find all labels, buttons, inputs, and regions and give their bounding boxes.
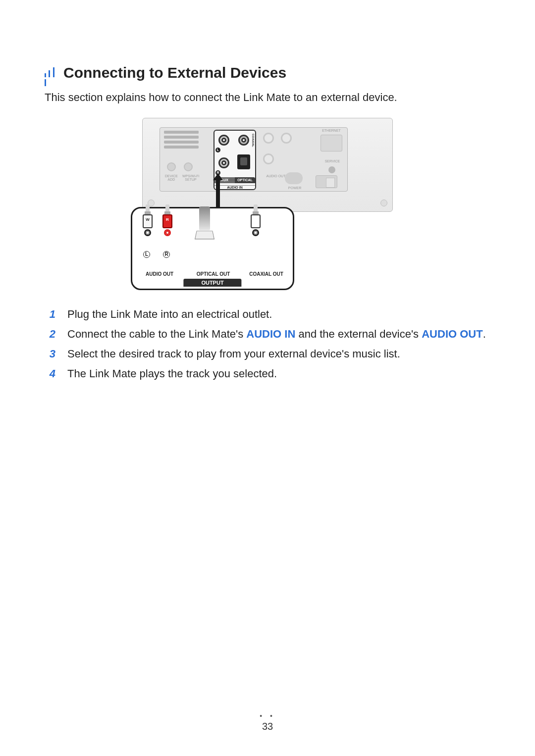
ethernet-label: ETHERNET [320, 129, 343, 132]
output-strip-label: OUTPUT [183, 279, 241, 287]
step-2: 2 Connect the cable to the Link Mate's A… [45, 326, 490, 343]
power-inlet [285, 172, 303, 184]
optical-label: OPTICAL [235, 177, 255, 183]
coaxial-out-label: COAXIAL OUT [240, 271, 293, 277]
page-dots-icon: • • [0, 712, 535, 720]
page-footer: • • 33 [0, 712, 535, 732]
step-text: The Link Mate plays the track you select… [67, 365, 277, 382]
section-heading-row: Connecting to External Devices [45, 64, 490, 81]
service-port [328, 166, 335, 173]
page-number: 33 [262, 721, 273, 732]
step-text: Connect the cable to the Link Mate's AUD… [67, 326, 486, 343]
step-3: 3 Select the desired track to play from … [45, 346, 490, 362]
coaxial-plug [249, 204, 262, 236]
l-badge: L [215, 148, 220, 152]
step-number: 2 [45, 326, 55, 343]
heading-bars-icon [45, 67, 56, 78]
optical-in-port [237, 154, 250, 169]
step-text: Plug the Link Mate into an electrical ou… [67, 306, 272, 323]
step-text: Select the desired track to play from yo… [67, 346, 400, 362]
wps-wifi-label: WPS/Wi-Fi SETUP [180, 174, 202, 181]
audio-out-label: AUDIO OUT [132, 271, 187, 277]
r-channel-badge: R [163, 251, 170, 258]
optical-out-label: OPTICAL OUT [187, 271, 240, 277]
ethernet-port [321, 135, 342, 151]
section-title: Connecting to External Devices [63, 64, 286, 81]
instruction-steps: 1 Plug the Link Mate into an electrical … [45, 306, 490, 382]
intro-text: This section explains how to connect the… [45, 91, 490, 104]
external-device-output-callout: W R L R AUDIO OUT [131, 207, 294, 290]
step-4: 4 The Link Mate plays the track you sele… [45, 365, 490, 382]
connection-diagram: DEVICE ADD WPS/Wi-Fi SETUP L R COAXIAL A… [45, 118, 490, 286]
power-switch [316, 175, 337, 188]
aux-l-port [218, 135, 229, 146]
l-channel-badge: L [143, 251, 150, 258]
rca-white-plug: W [141, 204, 154, 236]
audio-in-label: AUDIO IN [214, 185, 255, 189]
aux-r-port [218, 157, 229, 168]
accent-audio-in: AUDIO IN [246, 328, 295, 340]
step-1: 1 Plug the Link Mate into an electrical … [45, 306, 490, 323]
service-label: SERVICE [322, 159, 342, 163]
optical-plug [196, 206, 214, 239]
coaxial-label: COAXIAL [252, 134, 255, 147]
accent-audio-out: AUDIO OUT [422, 328, 482, 340]
step-number: 4 [45, 365, 55, 382]
step-number: 1 [45, 306, 55, 323]
device-add-label: DEVICE ADD [163, 174, 180, 181]
device-rear-panel: DEVICE ADD WPS/Wi-Fi SETUP L R COAXIAL A… [142, 118, 393, 212]
coaxial-in-port [238, 135, 249, 146]
rca-red-plug: R [161, 204, 174, 236]
power-label: POWER [280, 186, 310, 190]
step-number: 3 [45, 346, 55, 362]
